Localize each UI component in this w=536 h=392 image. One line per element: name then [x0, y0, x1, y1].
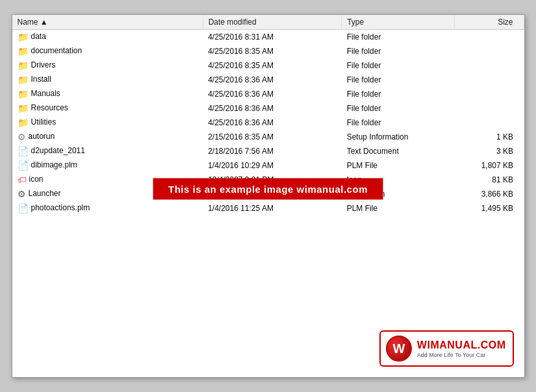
file-size [454, 58, 524, 73]
logo-main2: .COM [478, 339, 506, 350]
folder-icon: 📁 [18, 117, 29, 128]
folder-icon: 📁 [18, 103, 29, 114]
table-row[interactable]: 📄photoactions.plm 1/4/2016 11:25 AM PLM … [12, 201, 524, 215]
file-size: 3,866 KB [454, 187, 524, 201]
setup-icon: ⚙ [18, 132, 26, 142]
file-size [454, 101, 524, 116]
logo-main1: WIMANUAL [417, 339, 478, 350]
table-row[interactable]: 📁Utilities 4/25/2016 8:36 AM File folder [12, 116, 524, 130]
table-row[interactable]: 📁Drivers 4/25/2016 8:35 AM File folder [12, 58, 524, 73]
table-row[interactable]: 📁Manuals 4/25/2016 8:36 AM File folder [12, 87, 524, 101]
file-name[interactable]: 📁Utilities [12, 116, 203, 130]
col-header-name[interactable]: Name ▲ [12, 15, 203, 30]
file-date: 2/15/2016 8:35 AM [203, 130, 342, 144]
file-name[interactable]: 📁data [12, 30, 203, 44]
file-name[interactable]: 📁Install [12, 73, 203, 87]
folder-icon: 📁 [18, 46, 29, 56]
table-row[interactable]: 📁data 4/25/2016 8:31 AM File folder [12, 30, 524, 44]
col-header-size[interactable]: Size [454, 15, 524, 30]
file-type: File folder [342, 73, 455, 87]
file-name[interactable]: 📄dibimage.plm [12, 158, 203, 173]
file-size [454, 44, 524, 58]
file-size: 1,495 KB [454, 201, 524, 215]
folder-icon: 📁 [18, 60, 29, 71]
file-date: 4/25/2016 8:35 AM [203, 44, 342, 58]
file-type: File folder [342, 87, 455, 101]
table-row[interactable]: 📄dibimage.plm 1/4/2016 10:29 AM PLM File… [12, 158, 524, 173]
file-type: PLM File [342, 201, 455, 215]
file-name[interactable]: 📄d2update_2011 [12, 144, 203, 158]
file-explorer-window: Name ▲ Date modified Type Size 📁data 4/2… [12, 14, 525, 378]
ico-icon: 🏷 [18, 175, 27, 185]
file-size [454, 87, 524, 101]
file-size [454, 73, 524, 87]
file-type: File folder [342, 30, 455, 44]
file-date: 4/25/2016 8:36 AM [203, 87, 342, 101]
file-size: 81 KB [454, 173, 524, 187]
file-name[interactable]: 📁Resources [12, 101, 203, 116]
file-type: PLM File [342, 158, 455, 173]
file-date: 1/4/2016 10:29 AM [203, 158, 342, 173]
file-date: 1/4/2016 11:25 AM [203, 201, 342, 215]
file-type: File folder [342, 44, 455, 58]
table-row[interactable]: ⚙autorun 2/15/2016 8:35 AM Setup Informa… [12, 130, 524, 144]
app-icon: ⚙ [18, 189, 26, 199]
logo-text-block: WIMANUAL.COM Add More Life To Your Car [417, 339, 506, 358]
file-type: Text Document [342, 144, 455, 158]
file-name[interactable]: ⚙autorun [12, 130, 203, 144]
plm-icon: 📄 [18, 160, 29, 171]
file-size: 1,807 KB [454, 158, 524, 173]
file-size: 3 KB [454, 144, 524, 158]
col-header-date[interactable]: Date modified [203, 15, 342, 30]
file-size: 1 KB [454, 130, 524, 144]
file-name[interactable]: 📄photoactions.plm [12, 201, 203, 215]
table-row[interactable]: 📁Install 4/25/2016 8:36 AM File folder [12, 73, 524, 87]
logo-circle: W [386, 336, 412, 361]
table-row[interactable]: 📁documentation 4/25/2016 8:35 AM File fo… [12, 44, 524, 58]
folder-icon: 📁 [18, 89, 29, 99]
file-list-panel: Name ▲ Date modified Type Size 📁data 4/2… [12, 15, 524, 377]
logo-main-text: WIMANUAL.COM [417, 339, 506, 351]
logo-sub-text: Add More Life To Your Car [417, 352, 506, 358]
file-type: File folder [342, 101, 455, 116]
file-name[interactable]: 📁Drivers [12, 58, 203, 73]
watermark-banner: This is an example image wimanual.com [153, 178, 383, 199]
file-date: 4/25/2016 8:35 AM [203, 58, 342, 73]
file-type: Setup Information [342, 130, 455, 144]
wimanual-logo: W WIMANUAL.COM Add More Life To Your Car [379, 330, 514, 367]
plm-icon: 📄 [18, 203, 29, 214]
file-size [454, 30, 524, 44]
file-size [454, 116, 524, 130]
file-date: 2/18/2016 7:56 AM [203, 144, 342, 158]
file-name[interactable]: 📁documentation [12, 44, 203, 58]
file-date: 4/25/2016 8:31 AM [203, 30, 342, 44]
logo-letter: W [392, 341, 405, 356]
file-type: File folder [342, 116, 455, 130]
col-header-type[interactable]: Type [342, 15, 455, 30]
table-row[interactable]: 📁Resources 4/25/2016 8:36 AM File folder [12, 101, 524, 116]
table-row[interactable]: 📄d2update_2011 2/18/2016 7:56 AM Text Do… [12, 144, 524, 158]
file-date: 4/25/2016 8:36 AM [203, 101, 342, 116]
text-icon: 📄 [18, 146, 29, 156]
file-type: File folder [342, 58, 455, 73]
file-date: 4/25/2016 8:36 AM [203, 73, 342, 87]
file-date: 4/25/2016 8:36 AM [203, 116, 342, 130]
folder-icon: 📁 [18, 75, 29, 85]
file-name[interactable]: 📁Manuals [12, 87, 203, 101]
folder-icon: 📁 [18, 32, 29, 42]
